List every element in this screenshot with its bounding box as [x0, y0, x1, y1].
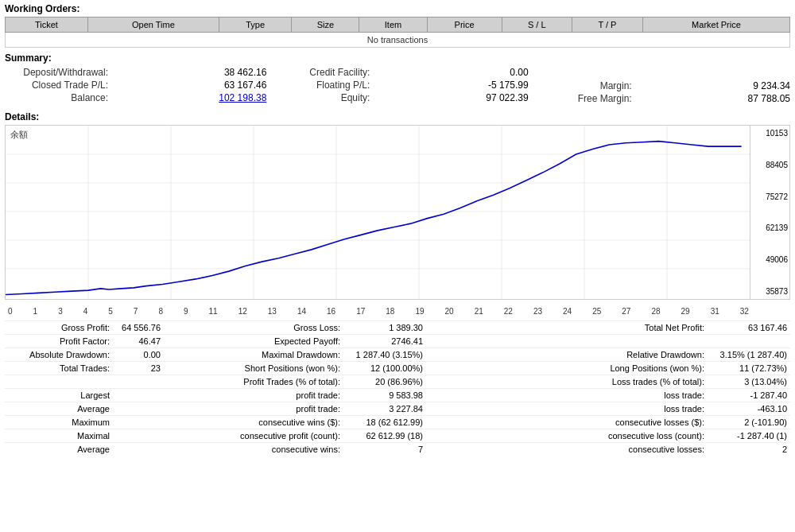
summary-title: Summary:: [5, 52, 790, 64]
stats-row-5-col1-label: Largest: [8, 390, 110, 400]
details-title: Details:: [5, 111, 790, 122]
chart-area: [6, 126, 750, 299]
stats-rows-container: Gross Profit:64 556.76Gross Loss:1 389.3…: [5, 320, 790, 456]
stats-row-5-col3-label: loss trade:: [429, 390, 704, 400]
stats-row-6-col1-label: Average: [8, 404, 110, 414]
stats-row-6-col2-value: 3 227.84: [343, 404, 423, 414]
stats-row-9: Averageconsecutive wins:7consecutive los…: [5, 442, 790, 456]
stats-row-2-col2-label: Maximal Drawdown:: [167, 350, 340, 359]
stats-row-3-col1-label: Total Trades:: [8, 363, 110, 373]
stats-row-9-col3-label: consecutive losses:: [429, 445, 704, 454]
summary-equity-value: 97 022.39: [465, 92, 529, 103]
col-market-price: Market Price: [642, 17, 789, 33]
stats-row-4: Profit Trades (% of total):20 (86.96%)Lo…: [5, 375, 790, 388]
orders-table: Ticket Open Time Type Size Item Price S …: [5, 17, 790, 48]
stats-row-6-col1-value: [113, 404, 161, 414]
stats-row-5-col1-value: [113, 390, 161, 400]
stats-row-0-col3-label: Total Net Profit:: [429, 323, 704, 332]
working-orders-title: Working Orders:: [5, 3, 790, 14]
stats-row-8-col3-value: -1 287.40 (1): [708, 431, 787, 441]
stats-row-2-col1-value: 0.00: [113, 350, 161, 359]
summary-freemargin-label: Free Margin:: [529, 93, 632, 104]
stats-row-4-col1-label: [8, 377, 110, 386]
summary-col2: Credit Facility: 0.00 Floating P/L: -5 1…: [266, 66, 528, 105]
y-label-4: 49006: [752, 255, 788, 264]
working-orders-section: Working Orders: Ticket Open Time Type Si…: [0, 0, 795, 48]
stats-row-0-col1-label: Gross Profit:: [8, 323, 110, 332]
stats-row-9-col2-label: consecutive wins:: [167, 445, 340, 454]
stats-row-4-col3-label: Loss trades (% of total):: [429, 377, 704, 386]
stats-row-9-col1-value: [113, 445, 161, 454]
col-ticket: Ticket: [6, 17, 88, 33]
stats-row-3: Total Trades:23Short Positions (won %):1…: [5, 361, 790, 375]
stats-row-1: Profit Factor:46.47Expected Payoff:2746.…: [5, 334, 790, 348]
col-size: Size: [292, 17, 359, 33]
stats-row-0: Gross Profit:64 556.76Gross Loss:1 389.3…: [5, 320, 790, 334]
stats-row-9-col1-label: Average: [8, 445, 110, 454]
chart-x-axis: 0 1 3 4 5 7 8 9 11 12 13 14 16 17 18 19 …: [5, 306, 790, 316]
col-type: Type: [219, 17, 292, 33]
col-open-time: Open Time: [87, 17, 219, 33]
summary-margin-label: Margin:: [529, 80, 632, 91]
stats-row-7-col2-value: 18 (62 612.99): [343, 417, 423, 427]
summary-freemargin-value: 87 788.05: [727, 93, 790, 104]
stats-row-8-col1-label: Maximal: [8, 431, 110, 441]
stats-row-3-col3-label: Long Positions (won %):: [429, 363, 704, 373]
chart-container: 余額 10153: [5, 125, 790, 300]
stats-row-1-col3-value: [708, 336, 787, 346]
stats-row-6: Averageprofit trade:3 227.84loss trade:-…: [5, 402, 790, 415]
summary-balance-label: Balance:: [5, 92, 108, 103]
no-transactions-label: No transactions: [6, 33, 790, 48]
chart-svg: [6, 126, 750, 299]
stats-row-8: Maximalconsecutive profit (count):62 612…: [5, 429, 790, 442]
chart-y-axis: 10153 88405 75272 62139 49006 35873: [750, 126, 789, 299]
col-sl: S / L: [502, 17, 572, 33]
y-label-0: 10153: [752, 129, 788, 138]
col-tp: T / P: [572, 17, 642, 33]
col-price: Price: [427, 17, 502, 33]
stats-row-2: Absolute Drawdown:0.00Maximal Drawdown:1…: [5, 348, 790, 361]
stats-row-5: Largestprofit trade:9 583.98loss trade:-…: [5, 388, 790, 402]
summary-credit-label: Credit Facility:: [266, 67, 370, 78]
details-section: Details: 余額: [0, 108, 795, 319]
summary-deposit-value: 38 462.16: [203, 67, 266, 78]
stats-row-6-col3-value: -463.10: [708, 404, 787, 414]
summary-balance-value[interactable]: 102 198.38: [203, 92, 266, 103]
stats-row-6-col3-label: loss trade:: [429, 404, 704, 414]
stats-row-2-col1-label: Absolute Drawdown:: [8, 350, 110, 359]
summary-deposit-row: Deposit/Withdrawal: 38 462.16: [5, 66, 266, 79]
stats-row-5-col3-value: -1 287.40: [708, 390, 787, 400]
stats-row-1-col1-value: 46.47: [113, 336, 161, 346]
stats-row-0-col2-label: Gross Loss:: [167, 323, 340, 332]
stats-row-2-col2-value: 1 287.40 (3.15%): [343, 350, 423, 359]
stats-row-4-col3-value: 3 (13.04%): [708, 377, 787, 386]
stats-row-3-col1-value: 23: [113, 363, 161, 373]
stats-row-7: Maximumconsecutive wins ($):18 (62 612.9…: [5, 415, 790, 429]
stats-row-1-col2-label: Expected Payoff:: [167, 336, 340, 346]
stats-row-1-col3-label: [429, 336, 704, 346]
stats-row-2-col3-value: 3.15% (1 287.40): [708, 350, 787, 359]
stats-row-8-col2-value: 62 612.99 (18): [343, 431, 423, 441]
summary-col3: Margin: 9 234.34 Free Margin: 87 788.05: [529, 66, 790, 105]
stats-section: Gross Profit:64 556.76Gross Loss:1 389.3…: [0, 319, 795, 457]
stats-row-7-col3-label: consecutive losses ($):: [429, 417, 704, 427]
stats-row-0-col3-value: 63 167.46: [708, 323, 787, 332]
summary-closedpl-row: Closed Trade P/L: 63 167.46: [5, 79, 266, 91]
stats-row-2-col3-label: Relative Drawdown:: [429, 350, 704, 359]
stats-row-9-col2-value: 7: [343, 445, 423, 454]
y-label-2: 75272: [752, 192, 788, 201]
stats-row-4-col2-label: Profit Trades (% of total):: [167, 377, 340, 386]
stats-row-3-col3-value: 11 (72.73%): [708, 363, 787, 373]
stats-row-6-col2-label: profit trade:: [167, 404, 340, 414]
summary-floatingpl-value: -5 175.99: [465, 80, 529, 91]
stats-row-7-col1-label: Maximum: [8, 417, 110, 427]
summary-balance-row: Balance: 102 198.38: [5, 91, 266, 104]
stats-row-3-col2-value: 12 (100.00%): [343, 363, 423, 373]
summary-closedpl-label: Closed Trade P/L:: [5, 80, 108, 91]
stats-row-3-col2-label: Short Positions (won %):: [167, 363, 340, 373]
stats-row-9-col3-value: 2: [708, 445, 787, 454]
stats-row-7-col2-label: consecutive wins ($):: [167, 417, 340, 427]
stats-row-8-col2-label: consecutive profit (count):: [167, 431, 340, 441]
y-label-1: 88405: [752, 161, 788, 169]
summary-section: Summary: Deposit/Withdrawal: 38 462.16 C…: [0, 48, 795, 108]
